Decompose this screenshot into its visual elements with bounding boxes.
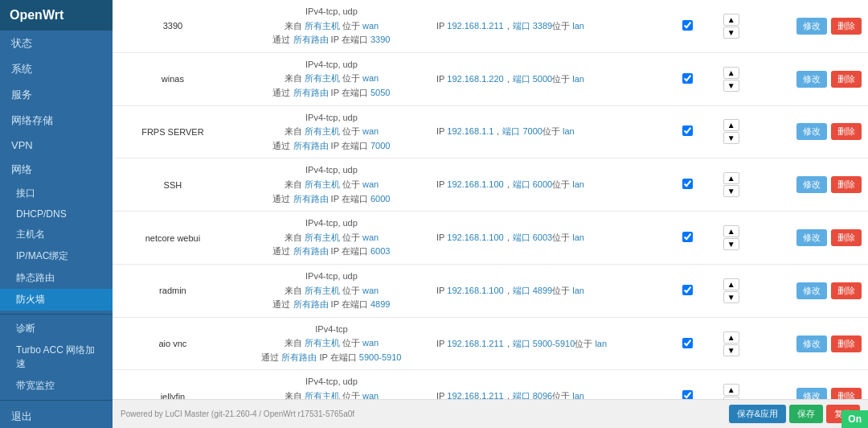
table-row: aio vncIPv4-tcp 来自 所有主机 位于 wan 通过 所有路由 I… [113, 317, 868, 370]
row-arrows-cell: ▲ ▼ [704, 158, 759, 212]
table-row: 3390IPv4-tcp, udp 来自 所有主机 位于 wan 通过 所有路由… [113, 0, 868, 52]
sidebar-sub-ipmac[interactable]: IP/MAC绑定 [0, 245, 113, 267]
sidebar-sub-staticroute[interactable]: 静态路由 [0, 267, 113, 289]
row-actions-cell: 修改 删除 [759, 158, 868, 212]
move-up-button[interactable]: ▲ [723, 278, 739, 290]
move-down-button[interactable]: ▼ [723, 238, 739, 250]
row-actions-cell: 修改 删除 [759, 52, 868, 105]
delete-button[interactable]: 删除 [831, 229, 862, 246]
row-checkbox-cell [671, 105, 704, 158]
content-area: 3390IPv4-tcp, udp 来自 所有主机 位于 wan 通过 所有路由… [113, 0, 868, 399]
table-row: radminIPv4-tcp, udp 来自 所有主机 位于 wan 通过 所有… [113, 264, 868, 317]
footer-actions: 保存&应用 保存 复位 [729, 405, 860, 423]
sidebar-sub-hostname[interactable]: 主机名 [0, 224, 113, 245]
row-arrows-cell: ▲ ▼ [704, 52, 759, 105]
row-enabled-checkbox[interactable] [682, 126, 693, 136]
row-proto: IPv4-tcp, udp 来自 所有主机 位于 wan 通过 所有路由 IP … [233, 158, 430, 212]
edit-button[interactable]: 修改 [796, 335, 827, 352]
move-down-button[interactable]: ▼ [723, 344, 739, 356]
row-checkbox-cell [671, 317, 704, 370]
edit-button[interactable]: 修改 [796, 176, 827, 193]
row-name: netcore webui [113, 212, 233, 265]
row-target: IP 192.168.1.211，端口 5900-5910位于 lan [430, 317, 671, 370]
edit-button[interactable]: 修改 [796, 123, 827, 140]
row-name: SSH [113, 158, 233, 212]
move-down-button[interactable]: ▼ [723, 80, 739, 92]
footer-info: Powered by LuCI Master (git-21.260-4 / O… [121, 409, 354, 418]
sidebar-sub-interface[interactable]: 接口 [0, 183, 113, 204]
save-button[interactable]: 保存 [789, 405, 823, 423]
save-apply-button[interactable]: 保存&应用 [729, 405, 786, 423]
row-enabled-checkbox[interactable] [682, 338, 693, 348]
delete-button[interactable]: 删除 [831, 282, 862, 299]
move-down-button[interactable]: ▼ [723, 185, 739, 197]
row-name: winas [113, 52, 233, 105]
delete-button[interactable]: 删除 [831, 18, 862, 35]
sidebar-item-vpn[interactable]: VPN [0, 134, 113, 157]
sidebar-item-turboacc[interactable]: Turbo ACC 网络加速 [0, 340, 113, 375]
sidebar-item-storage[interactable]: 网络存储 [0, 108, 113, 134]
table-row: netcore webuiIPv4-tcp, udp 来自 所有主机 位于 wa… [113, 212, 868, 265]
row-arrows-cell: ▲ ▼ [704, 317, 759, 370]
sidebar-sub-dhcp[interactable]: DHCP/DNS [0, 204, 113, 224]
row-name: radmin [113, 264, 233, 317]
row-target: IP 192.168.1.100，端口 6000位于 lan [430, 158, 671, 212]
sidebar-item-bandwidth[interactable]: 带宽监控 [0, 375, 113, 397]
table-row: winasIPv4-tcp, udp 来自 所有主机 位于 wan 通过 所有路… [113, 52, 868, 105]
row-enabled-checkbox[interactable] [682, 20, 693, 31]
row-enabled-checkbox[interactable] [682, 285, 693, 295]
sidebar-sub-firewall[interactable]: 防火墙 [0, 289, 113, 311]
sidebar-item-status[interactable]: 状态 [0, 31, 113, 56]
move-down-button[interactable]: ▼ [723, 27, 739, 39]
move-up-button[interactable]: ▲ [723, 119, 739, 131]
move-up-button[interactable]: ▲ [723, 14, 739, 26]
delete-button[interactable]: 删除 [831, 71, 862, 88]
row-enabled-checkbox[interactable] [682, 179, 693, 189]
table-row: SSHIPv4-tcp, udp 来自 所有主机 位于 wan 通过 所有路由 … [113, 158, 868, 212]
edit-button[interactable]: 修改 [796, 71, 827, 88]
sidebar-item-service[interactable]: 服务 [0, 82, 113, 108]
table-row: FRPS SERVERIPv4-tcp, udp 来自 所有主机 位于 wan … [113, 105, 868, 158]
sidebar: OpenWrt 状态 系统 服务 网络存储 VPN 网络 接口 DHCP/DNS… [0, 0, 113, 428]
edit-button[interactable]: 修改 [796, 18, 827, 35]
row-proto: IPv4-tcp, udp 来自 所有主机 位于 wan 通过 所有路由 IP … [233, 212, 430, 265]
row-checkbox-cell [671, 0, 704, 52]
row-actions-cell: 修改 删除 [759, 370, 868, 399]
move-down-button[interactable]: ▼ [723, 291, 739, 303]
row-target: IP 192.168.1.100，端口 4899位于 lan [430, 264, 671, 317]
main-content: 3390IPv4-tcp, udp 来自 所有主机 位于 wan 通过 所有路由… [113, 0, 868, 428]
row-actions-cell: 修改 删除 [759, 0, 868, 52]
row-target: IP 192.168.1.100，端口 6003位于 lan [430, 212, 671, 265]
move-up-button[interactable]: ▲ [723, 384, 739, 396]
delete-button[interactable]: 删除 [831, 388, 862, 399]
row-arrows-cell: ▲ ▼ [704, 212, 759, 265]
row-enabled-checkbox[interactable] [682, 232, 693, 242]
sidebar-logout[interactable]: 退出 [0, 404, 113, 428]
move-down-button[interactable]: ▼ [723, 132, 739, 144]
delete-button[interactable]: 删除 [831, 335, 862, 352]
row-enabled-checkbox[interactable] [682, 390, 693, 399]
edit-button[interactable]: 修改 [796, 282, 827, 299]
edit-button[interactable]: 修改 [796, 388, 827, 399]
table-row: jellyfinIPv4-tcp, udp 来自 所有主机 位于 wan 通过 … [113, 370, 868, 399]
row-proto: IPv4-tcp 来自 所有主机 位于 wan 通过 所有路由 IP 在端口 5… [233, 317, 430, 370]
delete-button[interactable]: 删除 [831, 176, 862, 193]
sidebar-item-system[interactable]: 系统 [0, 56, 113, 82]
move-up-button[interactable]: ▲ [723, 67, 739, 79]
edit-button[interactable]: 修改 [796, 229, 827, 246]
port-forward-table: 3390IPv4-tcp, udp 来自 所有主机 位于 wan 通过 所有路由… [113, 0, 868, 399]
row-actions-cell: 修改 删除 [759, 105, 868, 158]
row-name: 3390 [113, 0, 233, 52]
delete-button[interactable]: 删除 [831, 123, 862, 140]
row-actions-cell: 修改 删除 [759, 317, 868, 370]
row-arrows-cell: ▲ ▼ [704, 370, 759, 399]
sidebar-item-diagnostics[interactable]: 诊断 [0, 318, 113, 340]
move-up-button[interactable]: ▲ [723, 225, 739, 237]
move-up-button[interactable]: ▲ [723, 331, 739, 344]
row-proto: IPv4-tcp, udp 来自 所有主机 位于 wan 通过 所有路由 IP … [233, 264, 430, 317]
row-checkbox-cell [671, 264, 704, 317]
row-enabled-checkbox[interactable] [682, 73, 693, 84]
move-up-button[interactable]: ▲ [723, 172, 739, 184]
sidebar-item-network[interactable]: 网络 [0, 157, 113, 183]
row-name: jellyfin [113, 370, 233, 399]
